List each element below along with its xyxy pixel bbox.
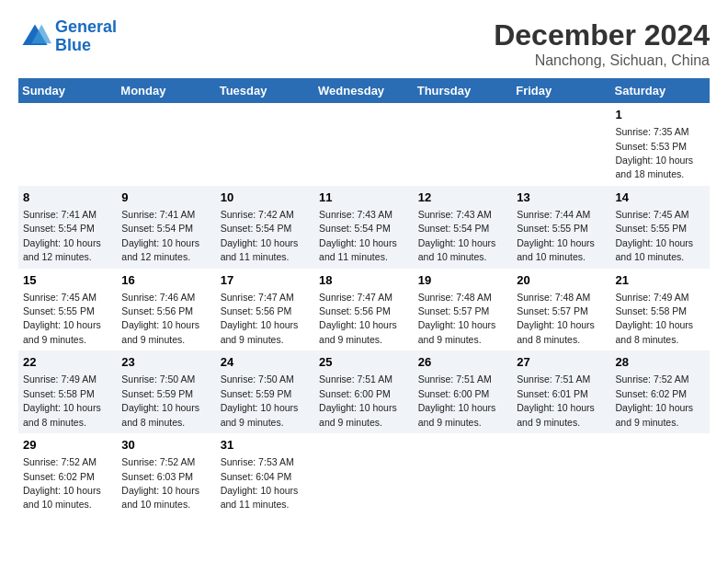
calendar-cell bbox=[414, 103, 512, 186]
day-info: Sunrise: 7:48 AM Sunset: 5:57 PM Dayligh… bbox=[418, 292, 496, 345]
calendar-cell bbox=[512, 433, 610, 516]
calendar-table: Sunday Monday Tuesday Wednesday Thursday… bbox=[18, 78, 710, 516]
day-info: Sunrise: 7:46 AM Sunset: 5:56 PM Dayligh… bbox=[121, 292, 199, 345]
calendar-cell: 22 Sunrise: 7:49 AM Sunset: 5:58 PM Dayl… bbox=[18, 350, 117, 433]
day-info: Sunrise: 7:51 AM Sunset: 6:01 PM Dayligh… bbox=[517, 373, 595, 427]
calendar-cell: 26 Sunrise: 7:51 AM Sunset: 6:00 PM Dayl… bbox=[414, 350, 512, 433]
day-number: 18 bbox=[319, 272, 409, 289]
page-header: General Blue December 2024 Nanchong, Sic… bbox=[18, 18, 710, 69]
calendar-cell: 18 Sunrise: 7:47 AM Sunset: 5:56 PM Dayl… bbox=[314, 269, 414, 351]
calendar-cell bbox=[414, 433, 512, 516]
day-number: 12 bbox=[418, 190, 507, 206]
calendar-cell bbox=[610, 433, 710, 516]
day-number: 19 bbox=[418, 272, 507, 289]
day-number: 11 bbox=[319, 190, 409, 206]
day-info: Sunrise: 7:42 AM Sunset: 5:54 PM Dayligh… bbox=[221, 209, 299, 262]
calendar-cell bbox=[512, 103, 610, 186]
calendar-cell: 17 Sunrise: 7:47 AM Sunset: 5:56 PM Dayl… bbox=[216, 269, 314, 351]
day-info: Sunrise: 7:41 AM Sunset: 5:54 PM Dayligh… bbox=[121, 209, 199, 262]
week-row-4: 29 Sunrise: 7:52 AM Sunset: 6:02 PM Dayl… bbox=[18, 433, 710, 516]
calendar-cell: 8 Sunrise: 7:41 AM Sunset: 5:54 PM Dayli… bbox=[18, 186, 117, 269]
calendar-location: Nanchong, Sichuan, China bbox=[494, 52, 710, 69]
calendar-cell: 30 Sunrise: 7:52 AM Sunset: 6:03 PM Dayl… bbox=[117, 433, 215, 516]
logo-blue: Blue bbox=[55, 36, 91, 54]
calendar-cell: 31 Sunrise: 7:53 AM Sunset: 6:04 PM Dayl… bbox=[216, 433, 314, 516]
day-info: Sunrise: 7:51 AM Sunset: 6:00 PM Dayligh… bbox=[418, 373, 496, 427]
calendar-cell: 1 Sunrise: 7:35 AM Sunset: 5:53 PM Dayli… bbox=[610, 103, 710, 186]
calendar-cell: 23 Sunrise: 7:50 AM Sunset: 5:59 PM Dayl… bbox=[117, 350, 215, 433]
day-number: 10 bbox=[221, 190, 310, 206]
day-info: Sunrise: 7:49 AM Sunset: 5:58 PM Dayligh… bbox=[615, 292, 693, 345]
logo-text: General Blue bbox=[55, 18, 117, 55]
day-info: Sunrise: 7:47 AM Sunset: 5:56 PM Dayligh… bbox=[319, 292, 397, 345]
calendar-cell: 10 Sunrise: 7:42 AM Sunset: 5:54 PM Dayl… bbox=[216, 186, 314, 269]
day-info: Sunrise: 7:44 AM Sunset: 5:55 PM Dayligh… bbox=[517, 209, 595, 262]
day-number: 28 bbox=[615, 354, 705, 371]
day-number: 1 bbox=[615, 107, 705, 123]
calendar-cell: 20 Sunrise: 7:48 AM Sunset: 5:57 PM Dayl… bbox=[512, 269, 610, 351]
col-thursday: Thursday bbox=[414, 78, 512, 103]
week-row-2: 15 Sunrise: 7:45 AM Sunset: 5:55 PM Dayl… bbox=[18, 269, 710, 351]
day-number: 23 bbox=[121, 354, 210, 371]
day-number: 16 bbox=[121, 272, 210, 289]
col-friday: Friday bbox=[512, 78, 610, 103]
calendar-cell bbox=[216, 103, 314, 186]
calendar-cell: 21 Sunrise: 7:49 AM Sunset: 5:58 PM Dayl… bbox=[610, 269, 710, 351]
calendar-cell bbox=[314, 433, 414, 516]
calendar-cell: 13 Sunrise: 7:44 AM Sunset: 5:55 PM Dayl… bbox=[512, 186, 610, 269]
calendar-title: December 2024 bbox=[494, 18, 710, 52]
calendar-cell bbox=[117, 103, 215, 186]
day-number: 8 bbox=[23, 190, 112, 206]
day-number: 21 bbox=[615, 272, 705, 289]
day-number: 20 bbox=[517, 272, 606, 289]
calendar-cell: 27 Sunrise: 7:51 AM Sunset: 6:01 PM Dayl… bbox=[512, 350, 610, 433]
header-row: Sunday Monday Tuesday Wednesday Thursday… bbox=[18, 78, 710, 103]
day-number: 9 bbox=[121, 190, 210, 206]
col-sunday: Sunday bbox=[18, 78, 117, 103]
day-info: Sunrise: 7:52 AM Sunset: 6:02 PM Dayligh… bbox=[615, 373, 693, 427]
calendar-cell: 14 Sunrise: 7:45 AM Sunset: 5:55 PM Dayl… bbox=[610, 186, 710, 269]
day-info: Sunrise: 7:45 AM Sunset: 5:55 PM Dayligh… bbox=[615, 209, 693, 262]
calendar-cell bbox=[314, 103, 414, 186]
logo: General Blue bbox=[18, 18, 117, 55]
day-number: 31 bbox=[221, 437, 310, 454]
day-info: Sunrise: 7:45 AM Sunset: 5:55 PM Dayligh… bbox=[23, 292, 101, 345]
day-info: Sunrise: 7:48 AM Sunset: 5:57 PM Dayligh… bbox=[517, 292, 595, 345]
day-info: Sunrise: 7:51 AM Sunset: 6:00 PM Dayligh… bbox=[319, 373, 397, 427]
calendar-cell: 28 Sunrise: 7:52 AM Sunset: 6:02 PM Dayl… bbox=[610, 350, 710, 433]
day-info: Sunrise: 7:35 AM Sunset: 5:53 PM Dayligh… bbox=[615, 126, 693, 179]
col-monday: Monday bbox=[117, 78, 215, 103]
title-block: December 2024 Nanchong, Sichuan, China bbox=[494, 18, 710, 69]
calendar-cell: 16 Sunrise: 7:46 AM Sunset: 5:56 PM Dayl… bbox=[117, 269, 215, 351]
calendar-cell: 12 Sunrise: 7:43 AM Sunset: 5:54 PM Dayl… bbox=[414, 186, 512, 269]
day-number: 26 bbox=[418, 354, 507, 371]
day-info: Sunrise: 7:50 AM Sunset: 5:59 PM Dayligh… bbox=[221, 373, 299, 427]
day-info: Sunrise: 7:52 AM Sunset: 6:03 PM Dayligh… bbox=[121, 456, 199, 510]
calendar-cell: 11 Sunrise: 7:43 AM Sunset: 5:54 PM Dayl… bbox=[314, 186, 414, 269]
day-info: Sunrise: 7:53 AM Sunset: 6:04 PM Dayligh… bbox=[221, 456, 299, 510]
day-info: Sunrise: 7:52 AM Sunset: 6:02 PM Dayligh… bbox=[23, 456, 101, 510]
calendar-cell: 29 Sunrise: 7:52 AM Sunset: 6:02 PM Dayl… bbox=[18, 433, 117, 516]
day-number: 15 bbox=[23, 272, 112, 289]
week-row-1: 8 Sunrise: 7:41 AM Sunset: 5:54 PM Dayli… bbox=[18, 186, 710, 269]
day-number: 17 bbox=[221, 272, 310, 289]
day-info: Sunrise: 7:41 AM Sunset: 5:54 PM Dayligh… bbox=[23, 209, 101, 262]
day-number: 30 bbox=[121, 437, 210, 454]
day-info: Sunrise: 7:43 AM Sunset: 5:54 PM Dayligh… bbox=[319, 209, 397, 262]
day-number: 29 bbox=[23, 437, 112, 454]
day-info: Sunrise: 7:50 AM Sunset: 5:59 PM Dayligh… bbox=[121, 373, 199, 427]
col-wednesday: Wednesday bbox=[314, 78, 414, 103]
day-number: 13 bbox=[517, 190, 606, 206]
day-info: Sunrise: 7:47 AM Sunset: 5:56 PM Dayligh… bbox=[221, 292, 299, 345]
logo-icon bbox=[18, 20, 51, 53]
logo-general: General bbox=[55, 17, 117, 36]
calendar-cell: 15 Sunrise: 7:45 AM Sunset: 5:55 PM Dayl… bbox=[18, 269, 117, 351]
calendar-cell: 9 Sunrise: 7:41 AM Sunset: 5:54 PM Dayli… bbox=[117, 186, 215, 269]
calendar-cell: 24 Sunrise: 7:50 AM Sunset: 5:59 PM Dayl… bbox=[216, 350, 314, 433]
day-number: 14 bbox=[615, 190, 705, 206]
col-tuesday: Tuesday bbox=[216, 78, 314, 103]
day-number: 25 bbox=[319, 354, 409, 371]
day-info: Sunrise: 7:43 AM Sunset: 5:54 PM Dayligh… bbox=[418, 209, 496, 262]
day-number: 24 bbox=[221, 354, 310, 371]
calendar-cell: 19 Sunrise: 7:48 AM Sunset: 5:57 PM Dayl… bbox=[414, 269, 512, 351]
